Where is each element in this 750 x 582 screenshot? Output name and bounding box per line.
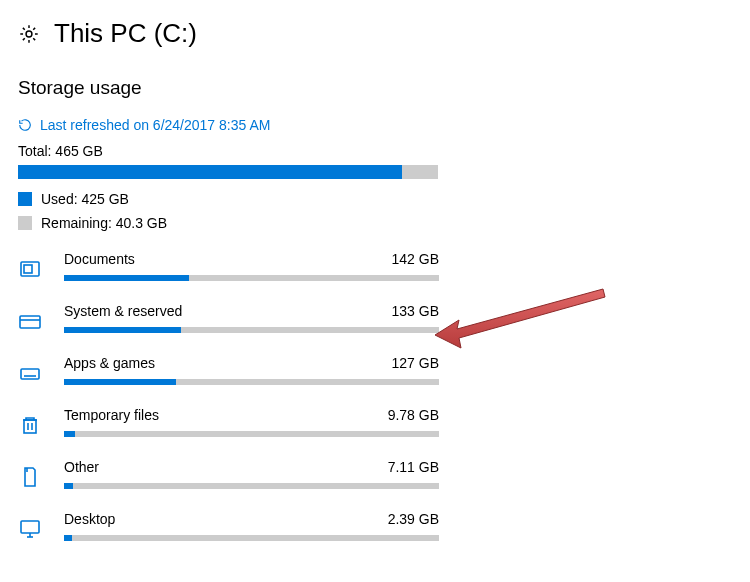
category-row-apps[interactable]: Apps & games127 GB [18,355,732,387]
page-title: This PC (C:) [54,18,197,49]
category-bar [64,379,439,385]
svg-rect-14 [21,521,39,533]
section-heading: Storage usage [18,77,732,99]
category-size: 133 GB [392,303,439,319]
refresh-icon [18,118,32,132]
category-bar-fill [64,483,73,489]
category-name: System & reserved [64,303,182,319]
category-bar-fill [64,327,181,333]
category-size: 127 GB [392,355,439,371]
refresh-link[interactable]: Last refreshed on 6/24/2017 8:35 AM [18,117,732,133]
svg-rect-11 [24,420,36,433]
category-name: Other [64,459,99,475]
category-size: 2.39 GB [388,511,439,527]
category-bar [64,483,439,489]
refresh-label: Last refreshed on 6/24/2017 8:35 AM [40,117,270,133]
gear-icon [18,23,40,45]
category-row-system[interactable]: System & reserved133 GB [18,303,732,335]
category-size: 9.78 GB [388,407,439,423]
category-bar-fill [64,535,72,541]
category-size: 142 GB [392,251,439,267]
svg-rect-6 [21,369,39,379]
category-row-trash[interactable]: Temporary files9.78 GB [18,407,732,439]
other-icon [18,463,42,491]
category-row-desktop[interactable]: Desktop2.39 GB [18,511,732,543]
desktop-icon [18,515,42,543]
documents-icon [18,255,42,283]
category-bar [64,535,439,541]
category-bar-fill [64,431,75,437]
category-bar [64,275,439,281]
svg-rect-3 [20,316,40,328]
legend-remaining: Remaining: 40.3 GB [18,215,732,231]
category-name: Apps & games [64,355,155,371]
swatch-remaining-icon [18,216,32,230]
category-bar [64,431,439,437]
category-name: Documents [64,251,135,267]
legend-used-label: Used: 425 GB [41,191,129,207]
trash-icon [18,411,42,439]
category-size: 7.11 GB [388,459,439,475]
apps-icon [18,359,42,387]
category-name: Desktop [64,511,115,527]
category-row-other[interactable]: Other7.11 GB [18,459,732,491]
svg-rect-2 [24,265,32,273]
category-row-documents[interactable]: Documents142 GB [18,251,732,283]
category-bar-fill [64,275,189,281]
category-bar-fill [64,379,176,385]
total-usage-bar [18,165,438,179]
category-bar [64,327,439,333]
legend-remaining-label: Remaining: 40.3 GB [41,215,167,231]
svg-point-0 [26,31,32,37]
legend-used: Used: 425 GB [18,191,732,207]
category-name: Temporary files [64,407,159,423]
system-icon [18,307,42,335]
total-usage-bar-fill [18,165,402,179]
swatch-used-icon [18,192,32,206]
total-label: Total: 465 GB [18,143,732,159]
